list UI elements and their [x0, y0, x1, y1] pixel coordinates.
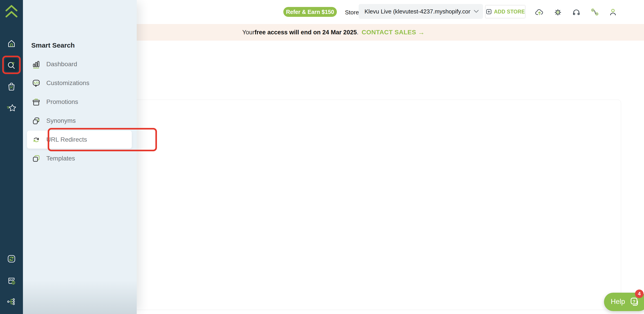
notice-text-bold: free access will end on 24 Mar 2025	[254, 29, 357, 36]
layers-icon	[32, 154, 41, 163]
store-selector-value: Klevu Live (klevutest-4237.myshopify.com…	[364, 8, 470, 15]
help-chat-icon: ?	[629, 297, 640, 308]
sidebar	[0, 0, 23, 314]
flyout-title: Smart Search	[31, 41, 75, 49]
help-notification-badge: 4	[635, 290, 644, 298]
code-bubble-icon	[32, 79, 41, 88]
redirect-arrows-icon	[32, 135, 41, 145]
arrow-right-icon[interactable]: →	[418, 28, 425, 36]
cloud-upload-icon[interactable]	[534, 7, 544, 17]
journey-route-icon[interactable]	[590, 7, 600, 17]
settings-gear-icon[interactable]	[553, 7, 563, 17]
sidebar-item-integrations[interactable]	[0, 295, 23, 309]
help-label: Help	[611, 298, 625, 306]
support-headset-icon[interactable]	[571, 7, 581, 17]
klevu-logo[interactable]	[4, 3, 19, 20]
storefront-icon	[6, 275, 16, 285]
flyout-item-synonyms[interactable]: Synonyms	[46, 117, 76, 124]
chevron-down-icon	[473, 9, 480, 14]
star-icon	[6, 103, 16, 113]
notice-text-suffix: .	[357, 29, 359, 36]
shopping-bag-icon	[6, 81, 16, 91]
notice-text-prefix: Your	[242, 29, 254, 36]
account-user-icon[interactable]	[608, 7, 618, 17]
flyout-item-customizations[interactable]: Customizations	[46, 79, 89, 87]
flyout-item-url-redirects[interactable]: URL Redirects	[46, 136, 87, 143]
gift-icon	[32, 97, 41, 107]
sidebar-item-home[interactable]	[0, 37, 23, 50]
smart-search-flyout: Smart Search Dashboard Customizations Pr…	[23, 0, 137, 314]
refer-earn-badge[interactable]: Refer & Earn $150	[283, 7, 337, 17]
flow-tree-icon	[6, 297, 16, 307]
sync-icon	[6, 254, 16, 264]
add-store-label: ADD STORE	[494, 9, 525, 15]
home-icon	[6, 39, 16, 48]
add-store-button[interactable]: ADD STORE	[485, 5, 526, 18]
bar-chart-icon	[32, 60, 41, 69]
flyout-item-templates[interactable]: Templates	[46, 155, 75, 162]
sidebar-item-store-info[interactable]	[0, 274, 23, 287]
sidebar-item-smart-search[interactable]	[5, 58, 18, 72]
plus-box-icon	[486, 8, 492, 15]
store-selector-dropdown[interactable]: Klevu Live (klevutest-4237.myshopify.com…	[359, 4, 483, 19]
search-icon	[6, 60, 16, 70]
sidebar-item-recommendations[interactable]	[0, 101, 23, 115]
store-label: Store	[345, 9, 359, 16]
svg-text:?: ?	[633, 299, 636, 304]
sidebar-item-promotions-bag[interactable]	[0, 80, 23, 93]
pages-icon	[32, 116, 41, 126]
flyout-item-promotions[interactable]: Promotions	[46, 98, 78, 106]
sidebar-item-sync[interactable]	[0, 252, 23, 266]
contact-sales-link[interactable]: CONTACT SALES	[362, 29, 416, 36]
flyout-item-dashboard[interactable]: Dashboard	[46, 61, 77, 68]
